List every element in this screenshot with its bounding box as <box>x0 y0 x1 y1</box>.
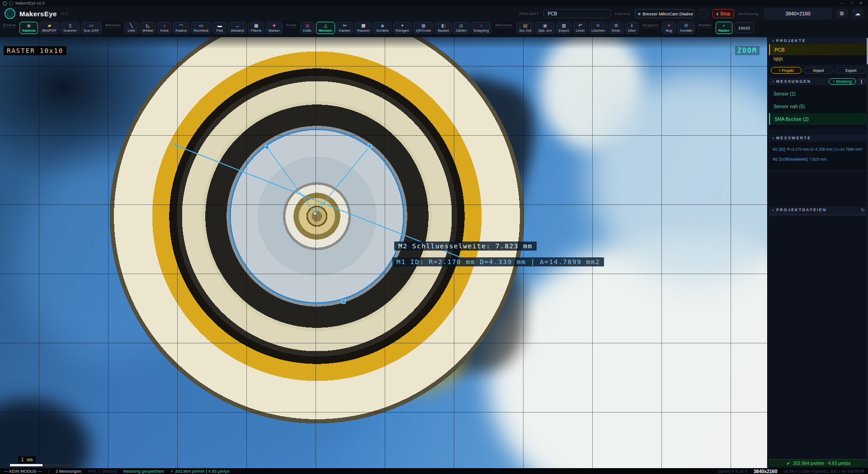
toolbar-button-scanner[interactable]: ▯ Scanner <box>61 22 80 34</box>
m2-measurement-label: M2 Schlluesselweite: 7.823 mm <box>394 242 537 251</box>
toolbar-button-winkel[interactable]: ◺ Winkel <box>140 22 156 34</box>
toolbar-group-quelle: Quelle ◉ Kamera ▰ Bild/PDF ▯ Scanner ▭ S… <box>3 22 102 34</box>
group-label-messen: Messen <box>105 23 121 28</box>
resolution-display[interactable]: 3840×2160 <box>764 8 832 19</box>
toolbar-button-export[interactable]: ▥ Export <box>556 22 572 34</box>
toolbar-button-rausch[interactable]: ▩ Rausch <box>354 22 372 34</box>
rectangle-icon: ▭ <box>199 24 203 28</box>
toolbar-button-zaehlen[interactable]: ◎ Zählen <box>453 22 469 34</box>
measurement-count: 2 Messungen <box>56 469 81 474</box>
value-row-m1: M1 [ID]: R=2.170 mm D=4.339 mm | A=14.78… <box>769 144 868 154</box>
measurements-menu-button[interactable]: | <box>858 79 865 85</box>
project-input[interactable] <box>543 9 611 18</box>
document-icon: ▯ <box>69 24 71 28</box>
resolution-indicator: 3840x2160 <box>754 469 778 474</box>
toolbar-button-marker[interactable]: ✚ Marker <box>266 22 283 34</box>
toolbar-button-roentgen[interactable]: ✦ Röntgen <box>393 22 412 34</box>
calibration-target-icon: ◎ <box>306 24 310 28</box>
toolbar-button-screenshot[interactable]: ▤ Scr..hot <box>516 22 534 34</box>
toolbar-button-bild-pdf[interactable]: ▰ Bild/PDF <box>39 22 59 34</box>
distance-icon: ↔ <box>235 24 240 28</box>
stop-icon: ▮ <box>717 12 718 16</box>
magnet-icon: ∩ <box>480 24 483 28</box>
toolbar-button-messen-tool[interactable]: △ Messen <box>316 22 335 34</box>
toolbar-button-raster[interactable]: ▪ Raster <box>716 22 732 34</box>
settings-button[interactable]: ⚙ <box>836 9 848 19</box>
toolbar-button-flaeche[interactable]: ▦ Fläche <box>248 22 264 34</box>
m1-radius-line <box>267 147 315 213</box>
toolbar-button-pad[interactable]: ▬ Pad <box>212 22 226 34</box>
toolbar-button-bauteil[interactable]: ◧ Bauteil <box>435 22 451 34</box>
mail-icon: ✉ <box>684 24 688 28</box>
toolbar-button-abstand[interactable]: ↔ Abstand <box>228 22 246 34</box>
close-icon[interactable]: ✕ <box>859 1 863 5</box>
project-item-pcb[interactable]: PCB <box>769 44 868 55</box>
webcam-icon: ◉ <box>27 24 31 28</box>
camera-icon: ◉ <box>638 12 641 16</box>
toolbar-button-undo[interactable]: ↶ Undo <box>573 22 587 34</box>
add-project-button[interactable]: + Projekt <box>771 67 802 74</box>
dxf-icon: ▭ <box>89 24 93 28</box>
measure-point-handle[interactable] <box>342 300 345 303</box>
toolbar-button-qr-code[interactable]: ▦ QR/Code <box>413 22 434 34</box>
xray-icon: ✦ <box>401 24 404 28</box>
group-label-tools: Tools <box>286 23 297 28</box>
sharpen-diamond-icon: ◆ <box>381 24 384 28</box>
project-item[interactable]: hjkjh <box>769 55 868 63</box>
measurement-item-sensor-nah[interactable]: Sensor nah (5) <box>769 100 868 112</box>
cloud-button[interactable]: ☁ <box>852 9 863 19</box>
toolbar-button-snapping[interactable]: ∩ Snapping <box>471 22 491 34</box>
toolbar-button-kalib[interactable]: ◎ Kalib. <box>300 22 315 34</box>
stop-button[interactable]: ▮ Stop <box>712 9 735 18</box>
toolbar-button-schaerfe[interactable]: ◆ Schärfe <box>373 22 392 34</box>
camera-select[interactable]: ◉ Bresser MikroCam (Native SDK <box>635 9 694 18</box>
check-small-icon: ✓ <box>170 469 174 474</box>
toolbar-button-bug[interactable]: ✶ Bug <box>662 22 676 34</box>
fps-indicator: FPS: 1 (freeze) <box>88 469 117 474</box>
minimize-icon[interactable]: — <box>840 1 844 5</box>
toolbar-button-einstellungen[interactable]: ⚙ Einst. <box>609 22 623 34</box>
toolbar-button-rechteck[interactable]: ▭ Rechteck <box>191 22 211 34</box>
toolbar-button-kontakt[interactable]: ✉ Kontakt <box>677 22 695 34</box>
raster-size-input[interactable] <box>734 22 754 33</box>
chevron-down-icon: ▾ <box>772 136 774 140</box>
projects-section-header[interactable]: ▾ PROJEKTE <box>769 37 868 44</box>
measure-point-handle[interactable] <box>368 144 372 148</box>
check-icon: ✔ <box>787 461 790 466</box>
toolbar-button-linie[interactable]: ╲ Linie <box>124 22 138 34</box>
project-files-section-header[interactable]: ▾ PROJEKTDATEIEN ↻ <box>769 206 868 213</box>
measurement-item-sma-buchse[interactable]: SMA Buchse (2) <box>769 113 868 125</box>
chevron-down-icon: ▾ <box>772 39 774 43</box>
m1-circle[interactable] <box>230 129 404 303</box>
export-button[interactable]: Export <box>835 67 866 74</box>
toolbar-button-kreis[interactable]: ○ Kreis <box>157 22 171 34</box>
toolbar-button-kanten[interactable]: ✂ Kanten <box>336 22 353 34</box>
maximize-icon[interactable]: □ <box>850 1 853 5</box>
cloud-icon: ☁ <box>855 10 860 17</box>
toolbar-button-loeschen[interactable]: ✕ Löschen <box>589 22 608 34</box>
center-point <box>314 213 316 215</box>
import-button[interactable]: Import <box>803 67 834 74</box>
group-label-support: Support <box>642 23 658 28</box>
measured-values-list: M1 [ID]: R=2.170 mm D=4.339 mm | A=14.78… <box>769 142 868 171</box>
system-info: ULTRA CUDA+OpenCL 32C / 64 GB RAM <box>783 469 864 474</box>
toolbar-button-ueber[interactable]: ℹ Über <box>625 22 639 34</box>
toolbar-button-radius[interactable]: ◠ Radius <box>173 22 189 34</box>
scale-label: 1 mm <box>18 456 36 463</box>
toolbar-button-kamera[interactable]: ◉ Kamera <box>19 22 38 34</box>
camera-extra-button[interactable] <box>698 9 708 18</box>
chevron-down-icon: ▾ <box>772 208 774 212</box>
m2-line-end-tick <box>173 142 178 148</box>
measure-point-handle[interactable] <box>265 146 269 149</box>
calibration-status-bar: ✔ 202.964 px/mm · 4.93 µm/px <box>769 459 868 467</box>
toolbar-button-speichern[interactable]: ▣ Spe..ern <box>535 22 554 34</box>
project-label: PROJEKT <box>519 12 539 16</box>
add-measurement-button[interactable]: + Messung <box>829 78 856 85</box>
app-version: v2.0 <box>60 11 68 16</box>
measurements-section-header[interactable]: ▾ MESSUNGEN + Messung | <box>769 78 868 85</box>
measurement-item-sensor[interactable]: Sensor (1) <box>769 88 868 100</box>
toolbar-button-scan-dxf[interactable]: ▭ Sca..DXF <box>81 22 102 34</box>
microscope-canvas[interactable]: RASTER 10x10 ZOOM M2 Schlluesselweite: 7… <box>0 37 767 468</box>
refresh-icon[interactable]: ↻ <box>861 208 865 213</box>
values-section-header[interactable]: ▾ MESSWERTE <box>769 134 868 142</box>
